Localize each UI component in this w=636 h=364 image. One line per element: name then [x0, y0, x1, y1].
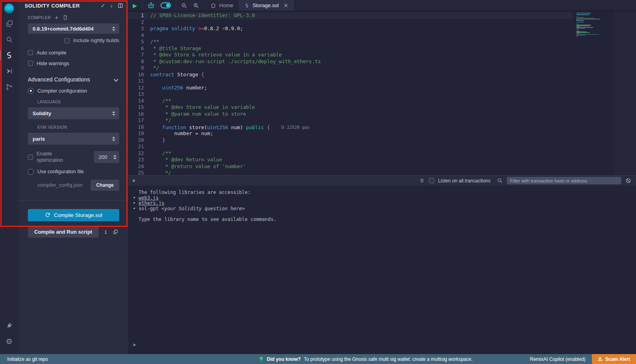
listen-all-transactions-checkbox[interactable] [429, 178, 434, 183]
settings-gear-icon: ⚙ [6, 338, 12, 345]
copilot-status[interactable]: RemixAI Copilot (enabled) [530, 356, 586, 362]
sidebar-item-file-explorer[interactable] [0, 16, 18, 31]
line-number: 25 [128, 170, 150, 175]
did-you-know-tip: Did you know? To prototype using the Gno… [259, 356, 473, 362]
zoom-out-icon[interactable] [181, 2, 187, 9]
terminal-line-link[interactable]: • web3.js [133, 196, 636, 201]
split-panel-icon[interactable] [118, 3, 123, 8]
code-line[interactable]: 6 * @title Storage [128, 45, 572, 52]
scam-alert-badge[interactable]: ⚠ Scam Alert [592, 354, 636, 364]
code-line[interactable]: 5/** [128, 39, 572, 45]
line-number: 6 [128, 45, 150, 52]
chevron-down-icon [114, 77, 118, 81]
copy-icon[interactable] [113, 229, 118, 234]
sidebar-item-settings[interactable]: ⚙ [0, 334, 18, 349]
git-init-button[interactable]: Initialize as git repo [0, 356, 48, 362]
code-line[interactable]: 12 uint256 number; [128, 85, 572, 91]
sidebar-item-plugin-manager[interactable] [0, 318, 18, 333]
code-line[interactable]: 7 * @dev Store & retrieve value in a var… [128, 52, 572, 58]
close-icon[interactable]: ✕ [283, 2, 288, 9]
code-line[interactable]: 10contract Storage { [128, 72, 572, 78]
change-config-button[interactable]: Change [91, 180, 119, 191]
line-number: 1 [128, 12, 150, 19]
code-line[interactable]: 18 function store(uint256 num) public {2… [128, 124, 572, 131]
tip-text: To prototype using the Gnosis safe multi… [304, 356, 473, 362]
evm-version-select[interactable]: paris [28, 133, 119, 145]
compile-button-label: Compile Storage.sol [54, 212, 103, 218]
auto-compile-checkbox[interactable] [28, 50, 33, 55]
plus-icon[interactable]: + [55, 14, 58, 20]
line-number: 16 [128, 111, 150, 118]
run-script-button[interactable]: ▶ [133, 3, 137, 8]
tab-storage-sol[interactable]: Storage.sol ✕ [239, 0, 293, 11]
enable-optimization-checkbox[interactable] [28, 155, 33, 160]
code-line[interactable]: 17 */ [128, 117, 572, 124]
chevron-right-icon[interactable]: › [111, 3, 112, 9]
code-line[interactable]: 25 */ [128, 170, 572, 175]
code-line[interactable]: 22 /** [128, 150, 572, 157]
language-select[interactable]: Solidity [28, 107, 119, 119]
line-number: 22 [128, 150, 150, 157]
line-number: 23 [128, 157, 150, 163]
compiler-section-label: COMPILER [28, 15, 51, 20]
file-reload-icon[interactable] [62, 15, 68, 20]
zoom-in-icon[interactable] [193, 2, 199, 9]
terminal-prompt[interactable]: > [133, 343, 136, 348]
info-icon[interactable]: i [104, 229, 107, 235]
optimization-runs-input[interactable] [99, 154, 111, 160]
code-line[interactable]: 23 * @dev Return value [128, 157, 572, 163]
advanced-configurations-toggle[interactable]: Advanced Configurations [28, 76, 119, 83]
tab-home[interactable]: Home [204, 0, 240, 11]
editor-scrollbar[interactable] [614, 11, 636, 175]
terminal-line-link[interactable]: • ethers.js [133, 201, 636, 206]
code-line[interactable]: 1// SPDX-License-Identifier: GPL-3.0 [128, 12, 572, 19]
icon-rail: ⚙ [0, 0, 19, 354]
code-line[interactable]: 3pragma solidity >=0.8.2 <0.9.0; [128, 25, 572, 32]
chevrons-down-icon[interactable]: » [131, 179, 137, 182]
sidebar-item-git[interactable] [0, 80, 18, 94]
compiler-configuration-radio[interactable] [28, 88, 34, 94]
number-stepper-icon[interactable] [113, 155, 116, 159]
code-line[interactable]: 15 * @dev Store value in variable [128, 104, 572, 111]
line-number: 11 [128, 78, 150, 85]
sidebar-item-search[interactable] [0, 32, 18, 46]
code-line[interactable]: 24 * @return value of 'number' [128, 163, 572, 170]
editor-minimap[interactable] [576, 13, 611, 37]
ban-icon[interactable] [625, 178, 631, 184]
terminal-bar: » 0 Listen on all transactions [128, 175, 636, 186]
terminal-search-icon[interactable] [497, 178, 503, 184]
code-line[interactable]: 9 */ [128, 65, 572, 72]
code-line[interactable]: 20 } [128, 137, 572, 144]
copilot-toggle[interactable] [161, 2, 171, 8]
code-line[interactable]: 16 * @param num value to store [128, 111, 572, 118]
code-line[interactable]: 11 [128, 78, 572, 85]
compile-button[interactable]: Compile Storage.sol [28, 209, 119, 221]
hide-warnings-checkbox[interactable] [28, 61, 33, 66]
code-line[interactable]: 8 * @custom:dev-run-script ./scripts/dep… [128, 58, 572, 65]
sidebar-item-deploy-run[interactable] [0, 64, 18, 78]
code-line[interactable]: 14 /** [128, 98, 572, 105]
use-configuration-file-radio[interactable] [28, 169, 34, 175]
line-number: 8 [128, 58, 150, 65]
robot-icon[interactable] [147, 2, 155, 9]
scam-alert-label: Scam Alert [605, 356, 630, 362]
code-line[interactable]: 21 [128, 143, 572, 150]
line-number: 15 [128, 104, 150, 111]
use-configuration-file-radio-row[interactable]: Use configuration file [28, 169, 119, 175]
code-line[interactable]: 19 number = num; [128, 130, 572, 137]
terminal-output[interactable]: The following libraries are accessible:•… [128, 186, 636, 354]
code-line[interactable]: 2 [128, 19, 572, 26]
sidebar-item-solidity-compiler[interactable] [0, 48, 18, 62]
code-line[interactable]: 4 [128, 32, 572, 39]
transaction-filter-input[interactable] [507, 177, 621, 184]
line-number: 13 [128, 91, 150, 98]
compile-and-run-button[interactable]: Compile and Run script [28, 226, 99, 238]
compiler-configuration-radio-row[interactable]: Compiler configuration [28, 88, 119, 94]
code-editor[interactable]: 1// SPDX-License-Identifier: GPL-3.023pr… [128, 11, 636, 175]
enable-optimization-label: Enable optimization [37, 151, 72, 164]
line-number: 7 [128, 52, 150, 58]
remix-logo[interactable] [3, 3, 15, 15]
include-nightly-checkbox[interactable] [64, 38, 70, 43]
code-line[interactable]: 13 [128, 91, 572, 98]
compiler-version-select[interactable]: 0.8.19+commit.7dd6d404 [28, 23, 119, 34]
